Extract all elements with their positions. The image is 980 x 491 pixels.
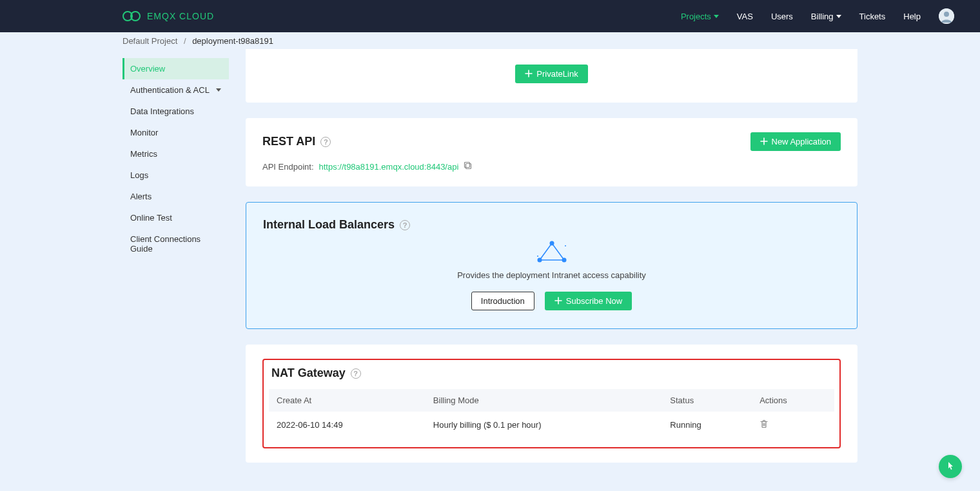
svg-rect-5 [465, 163, 470, 168]
rest-api-title: REST API ? [262, 135, 331, 148]
main-content: PrivateLink REST API ? New Application [246, 55, 858, 491]
nat-table: Create At Billing Mode Status Actions 20… [269, 389, 834, 438]
svg-rect-4 [466, 164, 471, 169]
svg-point-7 [549, 241, 554, 246]
ilb-caption: Provides the deployment Intranet access … [263, 270, 840, 280]
plus-icon [760, 137, 768, 146]
sidebar: Overview Authentication & ACL Data Integ… [122, 55, 229, 259]
nat-gateway-card: NAT Gateway ? Create At Billing Mode Sta… [246, 345, 858, 463]
cell-billing: Hourly billing ($ 0.1 per hour) [426, 412, 662, 438]
trash-icon[interactable] [760, 421, 769, 430]
brand-icon [122, 10, 142, 23]
sidebar-item-label: Data Integrations [130, 106, 194, 116]
button-label: PrivateLink [536, 69, 578, 79]
sidebar-item-label: Online Test [130, 213, 172, 223]
table-row: 2022-06-10 14:49 Hourly billing ($ 0.1 p… [269, 412, 834, 438]
sidebar-item-overview[interactable]: Overview [122, 58, 229, 79]
col-actions: Actions [752, 389, 834, 412]
help-icon[interactable]: ? [400, 220, 410, 230]
cell-created: 2022-06-10 14:49 [269, 412, 426, 438]
nat-highlight-box: NAT Gateway ? Create At Billing Mode Sta… [262, 359, 841, 448]
avatar[interactable] [939, 8, 954, 24]
sidebar-item-label: Monitor [130, 128, 158, 137]
sidebar-item-label: Overview [130, 64, 165, 74]
privatelink-button[interactable]: PrivateLink [515, 65, 587, 83]
cell-actions [752, 412, 834, 438]
sidebar-item-logs[interactable]: Logs [122, 165, 229, 186]
breadcrumb-deployment[interactable]: deployment-t98a8191 [192, 36, 273, 46]
sidebar-item-label: Client Connections Guide [130, 234, 221, 254]
sidebar-item-label: Alerts [130, 192, 152, 201]
sidebar-item-label: Authentication & ACL [130, 85, 210, 95]
button-label: Introduction [481, 296, 525, 306]
breadcrumb-bar: Default Project / deployment-t98a8191 [0, 32, 980, 49]
introduction-button[interactable]: Introduction [471, 292, 534, 310]
api-endpoint-link[interactable]: https://t98a8191.emqx.cloud:8443/api [319, 162, 459, 172]
nav-help[interactable]: Help [903, 12, 921, 21]
subscribe-now-button[interactable]: Subscribe Now [545, 292, 632, 310]
svg-point-9 [562, 258, 566, 263]
rest-api-card: REST API ? New Application API Endpoint:… [246, 118, 858, 186]
ilb-title: Internal Load Balancers ? [263, 218, 840, 232]
sidebar-item-label: Logs [130, 170, 148, 180]
svg-point-3 [944, 12, 949, 17]
privatelink-card: PrivateLink [246, 49, 858, 103]
caret-down-icon [836, 15, 841, 18]
sidebar-item-label: Metrics [130, 149, 157, 159]
help-icon[interactable]: ? [351, 368, 361, 379]
svg-marker-6 [540, 243, 564, 260]
table-header-row: Create At Billing Mode Status Actions [269, 389, 834, 412]
nav-users[interactable]: Users [771, 12, 793, 21]
new-application-button[interactable]: New Application [750, 132, 841, 151]
caret-down-icon [714, 15, 719, 18]
nat-title: NAT Gateway ? [269, 366, 834, 380]
pointer-icon [945, 461, 956, 472]
col-created: Create At [269, 389, 426, 412]
sidebar-item-client-connections-guide[interactable]: Client Connections Guide [122, 228, 229, 259]
nav-vas[interactable]: VAS [737, 12, 753, 21]
sidebar-item-data-integrations[interactable]: Data Integrations [122, 101, 229, 122]
copy-icon[interactable] [464, 161, 473, 172]
api-endpoint-label: API Endpoint: [262, 162, 314, 172]
floating-help-button[interactable] [939, 455, 962, 478]
caret-down-icon [216, 88, 221, 92]
button-label: New Application [772, 137, 832, 146]
ilb-diagram-icon [263, 241, 840, 264]
sidebar-item-auth-acl[interactable]: Authentication & ACL [122, 79, 229, 101]
sidebar-item-alerts[interactable]: Alerts [122, 186, 229, 207]
breadcrumb-project[interactable]: Default Project [122, 36, 177, 46]
brand-logo[interactable]: EMQX CLOUD [122, 10, 214, 23]
nav-tickets[interactable]: Tickets [859, 12, 886, 21]
breadcrumb: Default Project / deployment-t98a8191 [0, 36, 980, 46]
sidebar-item-online-test[interactable]: Online Test [122, 207, 229, 228]
sidebar-item-monitor[interactable]: Monitor [122, 122, 229, 143]
button-label: Subscribe Now [566, 296, 622, 306]
top-nav: EMQX CLOUD Projects VAS Users Billing Ti… [0, 0, 980, 32]
col-status: Status [662, 389, 752, 412]
svg-point-10 [565, 245, 566, 246]
cell-status: Running [662, 412, 752, 438]
nav-billing[interactable]: Billing [811, 12, 841, 21]
plus-icon [525, 70, 533, 79]
brand-text: EMQX CLOUD [147, 11, 214, 21]
col-billing: Billing Mode [426, 389, 662, 412]
help-icon[interactable]: ? [320, 137, 331, 147]
svg-point-11 [537, 256, 538, 257]
svg-point-8 [537, 258, 542, 263]
sidebar-item-metrics[interactable]: Metrics [122, 143, 229, 165]
nav-projects[interactable]: Projects [681, 12, 719, 21]
plus-icon [554, 297, 562, 306]
internal-load-balancers-card: Internal Load Balancers ? Provides the d… [246, 202, 858, 329]
breadcrumb-separator: / [184, 36, 186, 46]
